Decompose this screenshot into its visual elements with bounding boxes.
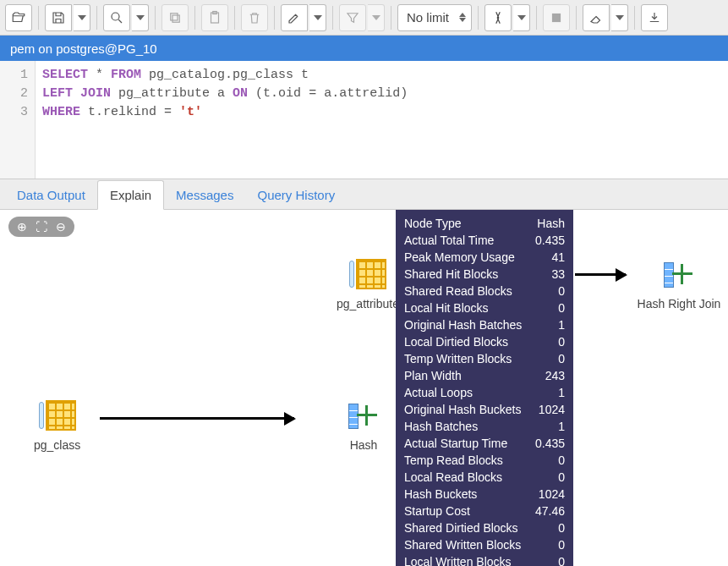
plan-node-label: Hash [345,438,382,452]
find-dropdown[interactable] [132,4,149,31]
tooltip-row: Peak Memory Usage41 [404,249,565,266]
zoom-out-icon[interactable]: ⊖ [56,220,66,234]
clear-dropdown[interactable] [611,4,628,31]
tooltip-row: Shared Read Blocks0 [404,283,565,299]
connection-titlebar: pem on postgres@PG_10 [0,36,728,61]
filter-button[interactable] [339,4,366,31]
edit-button[interactable] [281,4,308,31]
plan-arrow [575,273,626,276]
plan-node-tooltip: Node TypeHashActual Total Time0.435Peak … [396,210,573,566]
svg-rect-2 [171,13,178,19]
download-button[interactable] [641,4,668,31]
edit-dropdown[interactable] [309,4,326,31]
tooltip-row: Hash Buckets1024 [404,486,565,503]
svg-rect-5 [553,14,561,21]
svg-point-0 [112,13,119,20]
line-gutter: 123 [0,61,36,179]
plan-node-hash[interactable]: Hash [345,400,382,452]
sql-code[interactable]: SELECT * FROM pg_catalog.pg_class t LEFT… [36,61,728,179]
tooltip-row: Local Written Blocks0 [404,553,565,566]
tooltip-row: Temp Read Blocks0 [404,452,565,469]
tooltip-row: Node TypeHash [404,215,565,232]
tooltip-row: Actual Loops1 [404,384,565,401]
plan-node-label: pg_attribute [337,297,399,310]
limit-stepper[interactable] [459,13,466,22]
plan-node-label: Hash Right Join [632,297,725,310]
execute-button[interactable] [484,4,512,31]
plan-node-pg-attribute[interactable]: pg_attribute [337,259,399,310]
tooltip-row: Startup Cost47.46 [404,503,565,519]
plan-node-label: pg_class [34,438,80,452]
limit-value: No limit [407,10,449,25]
hash-icon [660,259,698,289]
save-button[interactable] [45,4,72,31]
plan-arrow [100,417,294,420]
tooltip-row: Original Hash Batches1 [404,316,565,333]
tab-data-output[interactable]: Data Output [5,181,97,209]
copy-button[interactable] [161,4,189,31]
open-button[interactable] [5,4,32,31]
paste-button[interactable] [201,4,228,31]
result-tabs: Data OutputExplainMessagesQuery History [0,179,728,210]
limit-select[interactable]: No limit [397,4,472,31]
tooltip-row: Shared Dirtied Blocks0 [404,519,565,536]
plan-node-pg-class[interactable]: pg_class [34,400,80,452]
table-icon [349,259,386,289]
tab-query-history[interactable]: Query History [245,181,347,209]
toolbar: No limit [0,0,728,36]
find-button[interactable] [103,4,130,31]
delete-button[interactable] [241,4,268,31]
execute-dropdown[interactable] [513,4,530,31]
tooltip-row: Local Dirtied Blocks0 [404,333,565,350]
plan-node-hash-right-join[interactable]: Hash Right Join [632,259,725,310]
table-icon [39,400,76,431]
tooltip-row: Actual Startup Time0.435 [404,435,565,452]
hash-icon [345,400,382,431]
tab-messages[interactable]: Messages [164,181,245,209]
tooltip-row: Actual Total Time0.435 [404,232,565,249]
tooltip-row: Shared Written Blocks0 [404,536,565,553]
tooltip-row: Hash Batches1 [404,418,565,435]
sql-editor[interactable]: 123 SELECT * FROM pg_catalog.pg_class t … [0,61,728,179]
tooltip-row: Local Read Blocks0 [404,469,565,486]
stop-button[interactable] [543,4,570,31]
tooltip-row: Original Hash Buckets1024 [404,401,565,418]
zoom-controls[interactable]: ⊕ ⛶ ⊖ [8,217,74,237]
tab-explain[interactable]: Explain [97,180,164,210]
zoom-in-icon[interactable]: ⊕ [17,220,27,234]
connection-title: pem on postgres@PG_10 [10,41,157,56]
tooltip-row: Shared Hit Blocks33 [404,266,565,283]
filter-dropdown[interactable] [368,4,385,31]
clear-button[interactable] [583,4,610,31]
tooltip-row: Temp Written Blocks0 [404,350,565,367]
zoom-fit-icon[interactable]: ⛶ [36,220,47,234]
save-dropdown[interactable] [74,4,90,31]
tooltip-row: Plan Width243 [404,367,565,384]
svg-rect-1 [172,15,179,22]
explain-panel: ⊕ ⛶ ⊖ pg_class pg_attribute Hash Hash Ri… [0,210,728,566]
tooltip-row: Local Hit Blocks0 [404,299,565,316]
